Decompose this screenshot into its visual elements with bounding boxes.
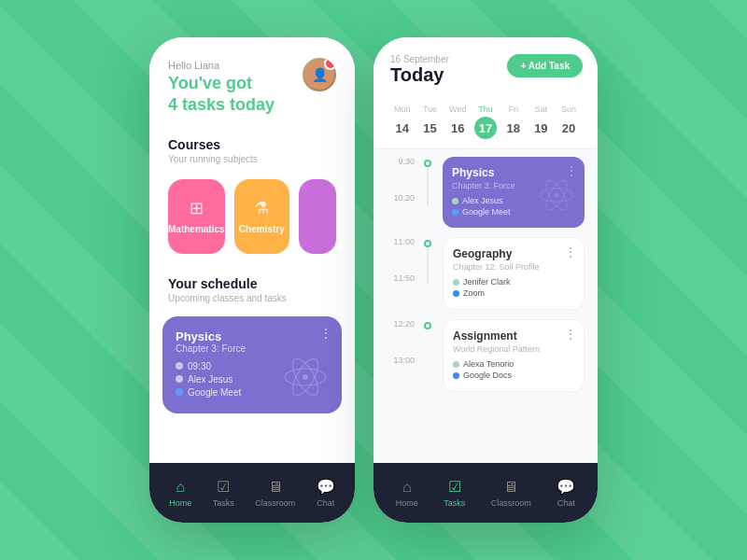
time-labels-assignment: 12:20 13:00 (387, 319, 420, 366)
cal-day-tue[interactable]: Tue 15 (419, 105, 442, 139)
event-card-assignment[interactable]: ⋮ Assignment World Regional Pattern Alex… (443, 319, 585, 392)
card-more-icon[interactable]: ⋮ (319, 326, 332, 341)
schedule-physics-chapter: Chapter 3: Force (176, 343, 329, 354)
cal-day-fri[interactable]: Fri 18 (502, 105, 525, 139)
right-phone-content: 16 September Today + Add Task Mon 14 Tue… (374, 37, 598, 463)
time-block-geography: 11:00 11:50 ⋮ Geography Chapter 12: Soil… (374, 237, 598, 310)
nav-classroom-right[interactable]: 🖥 Classroom (491, 479, 531, 508)
zoom-dot-geography (453, 290, 459, 297)
event-teacher-geography: Jenifer Clark (463, 277, 511, 287)
home-icon-right: ⌂ (402, 479, 412, 496)
clock-icon (176, 362, 183, 370)
chem-label: Chemistry (239, 224, 285, 234)
nav-classroom-label-left: Classroom (255, 498, 295, 508)
math-label: Mathematics (168, 224, 225, 234)
event-teacher-row-assignment: Alexa Tenorio (453, 359, 574, 369)
home-icon-left: ⌂ (176, 479, 185, 496)
nav-tasks-left[interactable]: ☑ Tasks (213, 478, 234, 508)
event-more-assignment[interactable]: ⋮ (565, 328, 576, 341)
cal-wed-num: 16 (446, 117, 469, 139)
nav-classroom-left[interactable]: 🖥 Classroom (255, 479, 295, 508)
cal-sat-num: 19 (529, 117, 552, 139)
event-platform-row-geography: Zoom (453, 288, 574, 298)
tasks-title-line1: You've got (168, 74, 252, 92)
nav-chat-left[interactable]: 💬 Chat (317, 478, 335, 508)
cal-tue-num: 15 (419, 117, 442, 139)
event-platform-assignment: Google Docs (463, 371, 512, 380)
tasks-count: 4 tasks today (168, 95, 275, 114)
cal-wed-name: Wed (449, 105, 466, 114)
courses-subtitle: Your running subjects (149, 154, 355, 174)
schedule-physics-platform: Google Meet (188, 387, 241, 398)
avatar-face: 👤 (304, 60, 334, 90)
cal-mon-num: 14 (391, 117, 414, 139)
course-card-extra[interactable] (299, 179, 336, 254)
docs-dot-assignment (453, 372, 459, 379)
cal-mon-name: Mon (394, 105, 411, 114)
schedule-physics-card[interactable]: ⋮ Physics Chapter 3: Force 09:30 Alex Je… (162, 316, 342, 413)
nav-chat-label-right: Chat (557, 498, 575, 508)
nav-tasks-right[interactable]: ☑ Tasks (444, 478, 465, 508)
classroom-icon-left: 🖥 (268, 479, 283, 496)
schedule-scroll: 9:30 10:20 ⋮ Physics Chapter 3: Force Al (374, 149, 598, 463)
event-more-physics[interactable]: ⋮ (566, 164, 577, 177)
svg-point-7 (555, 193, 559, 198)
timeline-line-assignment (427, 329, 429, 367)
cal-sat-name: Sat (535, 105, 548, 114)
timeline-assignment (420, 319, 435, 367)
course-card-chem[interactable]: ⚗ Chemistry (234, 179, 289, 254)
cal-sun-num: 20 (557, 117, 580, 139)
cal-day-sun[interactable]: Sun 20 (557, 105, 580, 139)
cal-day-sat[interactable]: Sat 19 (529, 105, 552, 139)
chat-icon-left: 💬 (317, 478, 335, 496)
right-bottom-nav: ⌂ Home ☑ Tasks 🖥 Classroom 💬 Chat (374, 463, 598, 523)
timeline-line-physics (427, 167, 429, 204)
avatar: 👤 (303, 58, 336, 91)
platform-icon (176, 388, 183, 396)
cal-thu-num: 17 (474, 117, 497, 139)
cal-day-thu[interactable]: Thu 17 (474, 105, 497, 139)
time-end-geography: 11:50 (393, 273, 415, 284)
courses-row: ⊞ Mathematics ⚗ Chemistry (149, 174, 355, 267)
nav-home-left[interactable]: ⌂ Home (169, 479, 191, 508)
time-start-physics: 9:30 (398, 157, 415, 167)
add-task-button[interactable]: + Add Task (507, 54, 583, 77)
cal-sun-name: Sun (561, 105, 576, 114)
schedule-subtitle: Upcoming classes and tasks (149, 293, 355, 313)
event-chapter-assignment: World Regional Pattern (453, 344, 574, 354)
event-platform-geography: Zoom (463, 288, 485, 298)
event-teacher-assignment: Alexa Tenorio (463, 359, 514, 369)
schedule-title: Your schedule (149, 267, 355, 293)
event-title-geography: Geography (453, 247, 574, 260)
cal-day-mon[interactable]: Mon 14 (391, 105, 414, 139)
cal-day-wed[interactable]: Wed 16 (446, 105, 469, 139)
timeline-dot-physics (424, 160, 431, 167)
tasks-icon-right: ☑ (448, 478, 461, 496)
svg-point-3 (303, 374, 308, 380)
meet-dot-physics (452, 209, 458, 216)
time-end-physics: 10:20 (393, 193, 415, 203)
nav-chat-right[interactable]: 💬 Chat (557, 478, 575, 508)
course-card-math[interactable]: ⊞ Mathematics (168, 179, 225, 254)
right-phone: 16 September Today + Add Task Mon 14 Tue… (374, 37, 598, 523)
time-labels-geography: 11:00 11:50 (387, 237, 420, 284)
left-header: Hello Liana You've got 4 tasks today 👤 (149, 37, 355, 128)
schedule-physics-time: 09:30 (188, 361, 211, 371)
nav-tasks-label-right: Tasks (444, 498, 465, 508)
event-more-geography[interactable]: ⋮ (565, 245, 576, 259)
chat-icon-right: 💬 (557, 478, 575, 496)
event-card-physics[interactable]: ⋮ Physics Chapter 3: Force Alex Jesus Go… (443, 157, 585, 228)
calendar-strip: Mon 14 Tue 15 Wed 16 Thu 17 Fri 18 (374, 95, 598, 149)
nav-classroom-label-right: Classroom (491, 498, 531, 508)
event-chapter-geography: Chapter 12: Soil Profile (453, 262, 574, 272)
timeline-dot-assignment (424, 322, 431, 329)
left-phone-content: Hello Liana You've got 4 tasks today 👤 C… (149, 37, 355, 463)
event-platform-physics: Google Meet (462, 207, 511, 217)
event-platform-row-assignment: Google Docs (453, 371, 574, 380)
nav-home-label-left: Home (169, 498, 191, 508)
event-card-geography[interactable]: ⋮ Geography Chapter 12: Soil Profile Jen… (443, 237, 585, 310)
event-teacher-row-geography: Jenifer Clark (453, 277, 574, 287)
nav-home-right[interactable]: ⌂ Home (396, 479, 418, 508)
person-dot-geography (453, 279, 459, 286)
tasks-icon-left: ☑ (217, 478, 230, 496)
